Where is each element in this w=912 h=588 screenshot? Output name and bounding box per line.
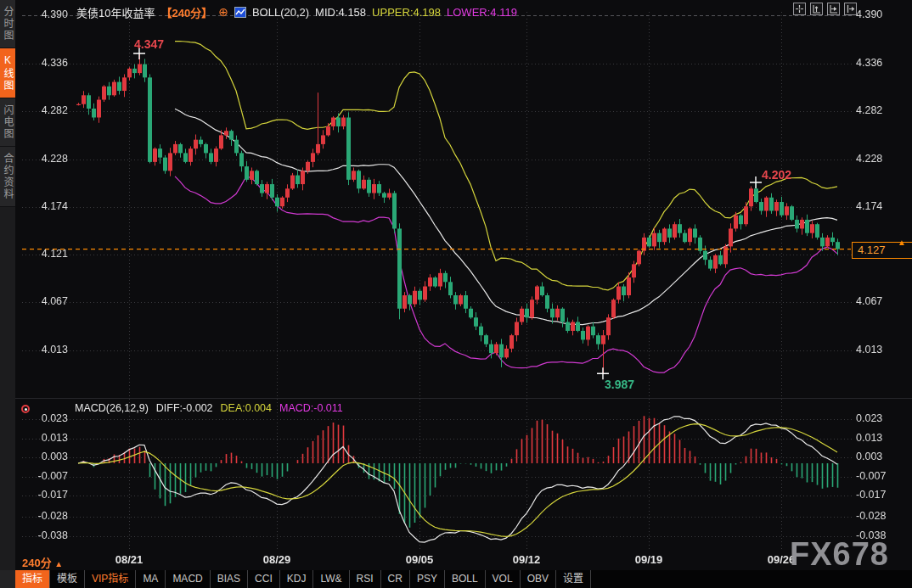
macd-tick-left: -0.038 [24, 529, 68, 541]
macd-tick-left: 0.013 [24, 432, 68, 444]
boll-lower-value: LOWER:4.119 [447, 6, 517, 19]
toolbar-item-CR[interactable]: CR [381, 570, 410, 588]
toolbar-item-KDJ[interactable]: KDJ [280, 570, 314, 588]
price-tick-right: 4.228 [856, 153, 907, 165]
macd-tick-right: 0.023 [856, 412, 907, 424]
date-tick: 09/05 [394, 553, 445, 566]
toolbar-item-LW&[interactable]: LW& [313, 570, 349, 588]
crosshair-icon[interactable] [793, 3, 806, 15]
toolbar-item-OBV[interactable]: OBV [521, 570, 556, 588]
macd-macd-value: MACD:-0.011 [279, 402, 343, 414]
date-tick: 09/12 [501, 553, 552, 566]
boll-mid-value: MID:4.158 [315, 6, 366, 19]
price-tick-left: 4.174 [24, 200, 68, 212]
toolbar-item-MACD[interactable]: MACD [166, 570, 210, 588]
trading-app-window: 分时图K线图闪电图合约资料 美债10年收益率 【240分】 ⊕ BOLL(20,… [0, 0, 912, 588]
toolbar-item-MA[interactable]: MA [136, 570, 166, 588]
macd-tick-right: 0.003 [856, 451, 907, 462]
toolbar-item-VOL[interactable]: VOL [486, 570, 521, 588]
price-tick-left: 4.282 [24, 104, 68, 116]
toolbar-item-BOLL[interactable]: BOLL [445, 570, 486, 588]
chart-canvas[interactable] [0, 0, 912, 588]
toolbar-item-模板[interactable]: 模板 [50, 570, 85, 588]
timeframe-arrow-icon: ▲ [54, 559, 63, 568]
boll-upper-value: UPPER:4.198 [372, 6, 441, 19]
macd-label: MACD(26,12,9) [75, 402, 149, 414]
price-marker-label: 3.987 [605, 378, 634, 391]
sidebar-tab-闪电图[interactable]: 闪电图 [0, 98, 15, 147]
price-tick-left: 4.013 [24, 344, 68, 356]
price-marker-label: 4.202 [762, 168, 791, 182]
toolbar-item-PSY[interactable]: PSY [410, 570, 445, 588]
date-tick: 08/29 [251, 553, 302, 566]
macd-tick-left: -0.007 [24, 470, 68, 482]
toolbar-item-RSI[interactable]: RSI [350, 570, 381, 588]
price-tick-left: 4.336 [24, 57, 68, 69]
macd-header: MACD(26,12,9) DIFF:-0.002 DEA:0.004 MACD… [75, 402, 343, 414]
price-tick-right: 4.067 [856, 295, 907, 307]
boll-label: BOLL(20,2) [252, 6, 309, 19]
price-tick-left: 4.390 [24, 8, 68, 20]
period-label[interactable]: 【240分】 [160, 4, 212, 20]
sidebar-tab-分时图[interactable]: 分时图 [0, 0, 15, 48]
toolbar-corner [0, 570, 15, 588]
toolbar-item-CCI[interactable]: CCI [248, 570, 280, 588]
price-tick-right: 4.282 [856, 104, 907, 116]
chart-header: 美债10年收益率 【240分】 ⊕ BOLL(20,2) MID:4.158 U… [76, 4, 517, 20]
macd-tick-right: -0.028 [856, 510, 907, 522]
price-tick-right: 4.390 [856, 8, 907, 20]
toolbar-item-设置[interactable]: 设置 [556, 570, 591, 588]
macd-tick-right: 0.013 [856, 432, 907, 444]
price-tick-right: 4.013 [856, 344, 907, 356]
toolbar-item-指标[interactable]: 指标 [15, 570, 50, 588]
macd-tick-left: 0.003 [24, 451, 68, 462]
macd-tick-left: -0.028 [24, 510, 68, 522]
price-tick-right: 4.336 [856, 57, 907, 69]
macd-tick-right: -0.017 [856, 489, 907, 501]
expand-pane-icon[interactable] [844, 3, 857, 15]
price-marker-label: 4.347 [134, 37, 164, 51]
macd-tick-right: -0.007 [856, 470, 907, 482]
price-tick-left: 4.228 [24, 153, 68, 165]
sidebar-tab-合约资料[interactable]: 合约资料 [0, 147, 15, 207]
indicator-chart-icon [234, 7, 246, 18]
add-indicator-icon[interactable]: ⊕ [218, 7, 228, 18]
y-axis-scale-icon[interactable] [810, 3, 823, 15]
toolbar-item-VIP指标[interactable]: VIP指标 [85, 570, 136, 588]
macd-diff-value: DIFF:-0.002 [156, 402, 213, 414]
toolbar-item-BIAS[interactable]: BIAS [211, 570, 248, 588]
watermark: FX678 [790, 536, 889, 573]
macd-tick-left: -0.017 [24, 489, 68, 501]
date-tick: 08/21 [104, 553, 155, 566]
macd-dea-value: DEA:0.004 [221, 402, 272, 414]
chart-tool-icons [793, 3, 857, 15]
sidebar-chart-types: 分时图K线图闪电图合约资料 [0, 0, 15, 570]
macd-tick-left: 0.023 [24, 412, 68, 424]
date-tick: 09/19 [623, 553, 674, 566]
price-tick-left: 4.121 [24, 248, 68, 260]
timeframe-label[interactable]: 240分 ▲ [22, 554, 63, 570]
indicator-toolbar: 指标模板VIP指标MAMACDBIASCCIKDJLW&RSICRPSYBOLL… [0, 570, 912, 588]
symbol-title: 美债10年收益率 [76, 4, 155, 20]
price-tick-right: 4.174 [856, 200, 907, 212]
indicator-settings-icon[interactable] [21, 405, 30, 413]
x-axis-scale-icon[interactable] [827, 3, 840, 15]
last-price-arrow-icon: ▲ [898, 238, 906, 247]
price-tick-left: 4.067 [24, 295, 68, 307]
sidebar-tab-K线图[interactable]: K线图 [0, 48, 15, 98]
